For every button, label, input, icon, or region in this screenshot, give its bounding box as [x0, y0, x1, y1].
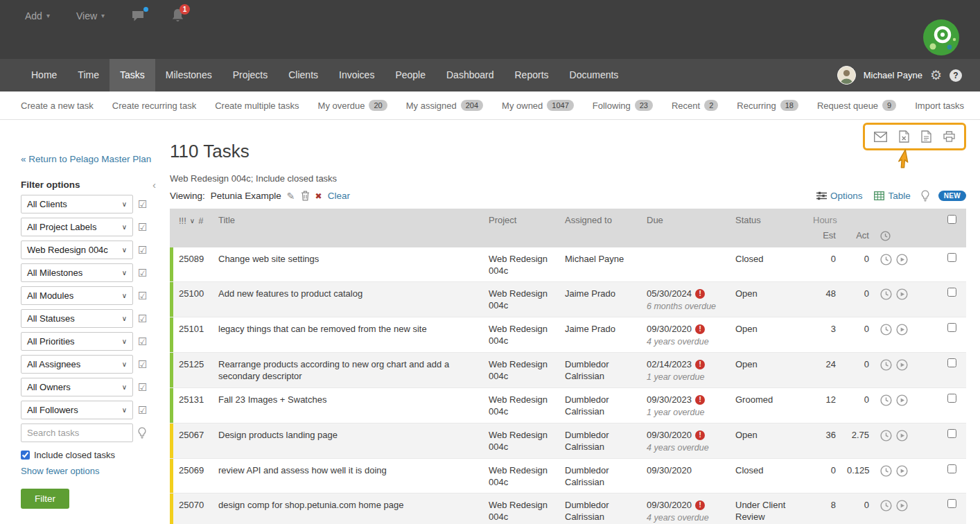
start-timer-icon[interactable]	[896, 359, 908, 371]
multiselect-icon[interactable]: ☑	[138, 313, 147, 324]
view-menu[interactable]: View ▾	[76, 10, 105, 21]
filter-select-all-milestones[interactable]: All Milestones∨	[21, 263, 133, 282]
task-title-link[interactable]: review API and assess how well it is doi…	[218, 465, 387, 475]
subnav-import-tasks[interactable]: Import tasks	[915, 101, 964, 111]
include-closed-checkbox[interactable]	[21, 451, 30, 460]
row-checkbox[interactable]	[947, 429, 956, 438]
include-closed-row[interactable]: Include closed tasks	[21, 450, 157, 460]
add-menu[interactable]: Add ▾	[25, 10, 50, 21]
multiselect-icon[interactable]: ☑	[138, 336, 147, 347]
multiselect-icon[interactable]: ☑	[138, 382, 147, 392]
row-checkbox[interactable]	[947, 394, 956, 403]
add-time-icon[interactable]	[880, 359, 892, 371]
col-title[interactable]: Title	[213, 209, 483, 228]
delete-view-icon[interactable]	[301, 191, 310, 201]
task-act-hours[interactable]: 0	[841, 247, 875, 281]
task-title-link[interactable]: Design products landing page	[218, 430, 338, 440]
filter-select-all-statuses[interactable]: All Statuses∨	[21, 309, 133, 328]
task-act-hours[interactable]: 0	[841, 388, 875, 423]
edit-view-icon[interactable]: ✎	[287, 191, 295, 202]
filter-button[interactable]: Filter	[21, 489, 69, 509]
filter-select-all-project-labels[interactable]: All Project Labels∨	[21, 218, 133, 236]
subnav-following[interactable]: Following23	[593, 100, 653, 111]
search-lightbulb-icon[interactable]	[138, 427, 146, 439]
multiselect-icon[interactable]: ☑	[138, 245, 147, 255]
nav-tab-milestones[interactable]: Milestones	[155, 59, 222, 91]
add-time-icon[interactable]	[880, 288, 892, 300]
task-project[interactable]: Web Redesign 004c	[483, 423, 559, 458]
nav-tab-home[interactable]: Home	[21, 59, 67, 91]
task-project[interactable]: Web Redesign 004c	[483, 247, 559, 281]
task-project[interactable]: Web Redesign 004c	[483, 317, 559, 352]
col-due[interactable]: Due	[641, 209, 730, 228]
avatar[interactable]	[837, 66, 856, 85]
multiselect-icon[interactable]: ☑	[138, 222, 147, 232]
show-fewer-options-link[interactable]: Show fewer options	[21, 466, 157, 476]
task-title-link[interactable]: Rearrange products according to new org …	[218, 359, 449, 381]
task-id-link[interactable]: 25070	[179, 500, 204, 510]
clear-filter-link[interactable]: Clear	[328, 191, 350, 201]
task-project[interactable]: Web Redesign 004c	[483, 282, 559, 317]
subnav-recurring[interactable]: Recurring18	[737, 100, 798, 111]
col-priority-num[interactable]: !!! ∨ #	[170, 209, 213, 228]
user-name[interactable]: Michael Payne	[864, 70, 922, 80]
task-project[interactable]: Web Redesign 004c	[483, 459, 559, 493]
filter-select-all-assignees[interactable]: All Assignees∨	[21, 355, 133, 374]
select-all-checkbox[interactable]	[947, 215, 956, 224]
task-id-link[interactable]: 25067	[179, 430, 204, 440]
row-checkbox[interactable]	[947, 358, 956, 367]
app-logo[interactable]	[922, 18, 961, 57]
task-act-hours[interactable]: 0	[841, 317, 875, 352]
task-id-link[interactable]: 25069	[179, 465, 204, 475]
table-grid-icon[interactable]	[874, 191, 884, 200]
task-project[interactable]: Web Redesign 004c	[483, 494, 559, 524]
task-act-hours[interactable]: 0	[841, 282, 875, 317]
row-checkbox[interactable]	[947, 288, 956, 297]
task-id-link[interactable]: 25089	[179, 254, 204, 264]
row-checkbox[interactable]	[947, 323, 956, 332]
notifications-button[interactable]: 1	[171, 8, 184, 23]
search-input[interactable]	[21, 423, 133, 442]
multiselect-icon[interactable]: ☑	[138, 268, 147, 278]
col-project[interactable]: Project	[483, 209, 559, 228]
nav-tab-clients[interactable]: Clients	[278, 59, 329, 91]
messages-button[interactable]	[131, 10, 145, 22]
col-status[interactable]: Status	[730, 209, 807, 228]
task-act-hours[interactable]: 0	[841, 353, 875, 387]
task-title-link[interactable]: design comp for shop.petunia.com home pa…	[218, 500, 403, 510]
row-checkbox[interactable]	[947, 253, 956, 262]
task-title-link[interactable]: legacy things that can be removed from t…	[218, 324, 427, 334]
nav-tab-invoices[interactable]: Invoices	[329, 59, 385, 91]
subnav-my-overdue[interactable]: My overdue20	[318, 100, 387, 111]
export-pdf-button[interactable]	[921, 130, 931, 143]
options-link[interactable]: Options	[830, 191, 863, 201]
task-project[interactable]: Web Redesign 004c	[483, 388, 559, 423]
task-id-link[interactable]: 25101	[179, 324, 204, 334]
row-checkbox[interactable]	[947, 499, 956, 508]
clear-x-icon[interactable]: ✖	[315, 191, 322, 201]
start-timer-icon[interactable]	[896, 430, 908, 442]
nav-tab-projects[interactable]: Projects	[222, 59, 279, 91]
filter-select-all-followers[interactable]: All Followers∨	[21, 401, 133, 419]
email-report-button[interactable]	[874, 132, 887, 142]
start-timer-icon[interactable]	[896, 465, 908, 477]
multiselect-icon[interactable]: ☑	[138, 290, 147, 301]
row-checkbox[interactable]	[947, 464, 956, 473]
start-timer-icon[interactable]	[896, 288, 908, 300]
start-timer-icon[interactable]	[896, 324, 908, 335]
collapse-sidebar-icon[interactable]: ‹	[152, 179, 156, 191]
subnav-request-queue[interactable]: Request queue9	[817, 100, 896, 111]
task-title-link[interactable]: Add new features to product catalog	[218, 288, 362, 299]
col-assigned[interactable]: Assigned to	[559, 209, 641, 228]
multiselect-icon[interactable]: ☑	[138, 359, 147, 369]
help-icon[interactable]: ?	[950, 69, 962, 82]
nav-tab-tasks[interactable]: Tasks	[110, 59, 155, 91]
multiselect-icon[interactable]: ☑	[138, 199, 147, 209]
start-timer-icon[interactable]	[896, 394, 908, 406]
add-time-icon[interactable]	[880, 500, 892, 512]
nav-tab-documents[interactable]: Documents	[559, 59, 629, 91]
task-id-link[interactable]: 25125	[179, 359, 204, 369]
start-timer-icon[interactable]	[896, 254, 908, 265]
task-title-link[interactable]: Fall 23 Images + Swatches	[218, 394, 326, 405]
task-act-hours[interactable]: 0	[841, 494, 875, 524]
